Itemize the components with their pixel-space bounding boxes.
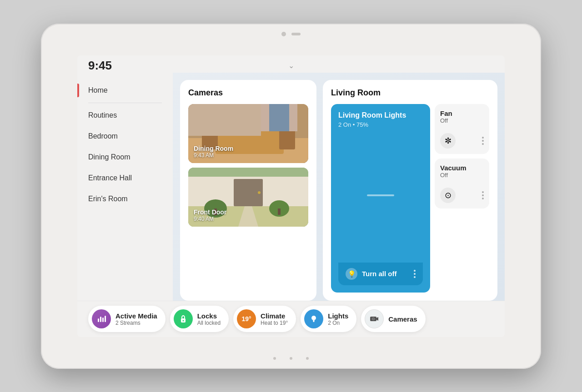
lights-widget-title: Living Room Lights [338, 111, 423, 119]
bottom-pill-locks[interactable]: Locks All locked [170, 306, 229, 332]
active-media-icon [92, 309, 111, 328]
bottom-pill-climate[interactable]: 19° Climate Heat to 19° [233, 306, 296, 332]
locks-sub: All locked [197, 320, 221, 326]
tablet-dot-1 [273, 357, 276, 360]
sidebar-item-label: Dining Room [88, 153, 130, 161]
vacuum-widget-bottom: ⊙ [440, 188, 484, 203]
turn-all-off-content: 💡 Turn all off [346, 268, 396, 280]
lights-icon [304, 309, 323, 328]
camera-feed-front-door-label: Front Door [194, 208, 303, 216]
svg-point-31 [373, 318, 374, 320]
sidebar-item-label: Routines [88, 111, 117, 119]
fan-widget-title: Fan [440, 109, 484, 117]
svg-marker-29 [376, 317, 378, 321]
camera-feed-dining-room-label: Dining Room [194, 145, 303, 152]
camera-feed-front-door-info: Front Door 9:40 AM [188, 168, 308, 227]
svg-rect-21 [102, 318, 104, 322]
sidebar-divider [88, 103, 162, 103]
right-widgets: Fan Off ✼ [435, 104, 489, 293]
active-media-sub: 2 Streams [115, 320, 157, 326]
sidebar-item-entrance-hall[interactable]: Entrance Hall [77, 168, 173, 189]
cameras-card: Cameras [180, 80, 316, 301]
camera-feed-dining-room-info: Dining Room 9:43 AM [188, 104, 308, 163]
lights-label: Lights [328, 312, 348, 320]
vacuum-widget-status: Off [440, 172, 484, 179]
svg-rect-19 [98, 318, 99, 322]
camera-feed-dining-room-time: 9:43 AM [194, 152, 303, 159]
cameras-bottom-text: Cameras [388, 315, 417, 323]
lights-widget-status: 2 On • 75% [338, 121, 423, 128]
vacuum-more-icon[interactable] [482, 191, 484, 199]
sidebar-item-label: Entrance Hall [88, 174, 132, 182]
tablet: 9:45 ⌄ Home Routines Bedroom Dining Room [41, 24, 541, 369]
bottom-pill-active-media[interactable]: Active Media 2 Streams [88, 306, 166, 332]
climate-sub: Heat to 19° [261, 320, 288, 326]
locks-label: Locks [197, 312, 221, 320]
living-room-card-title: Living Room [331, 88, 489, 98]
svg-rect-26 [313, 320, 315, 321]
fan-widget[interactable]: Fan Off ✼ [435, 104, 489, 154]
turn-all-off-label: Turn all off [362, 270, 396, 278]
active-media-label: Active Media [115, 312, 157, 320]
tablet-dot-2 [290, 357, 292, 360]
active-media-text: Active Media 2 Streams [115, 312, 157, 326]
bottom-pill-lights[interactable]: Lights 2 On [301, 306, 356, 332]
cameras-card-title: Cameras [188, 88, 308, 98]
svg-rect-22 [105, 316, 106, 322]
sidebar-item-label: Erin's Room [88, 195, 128, 203]
lights-more-icon[interactable] [414, 270, 416, 278]
cameras-bottom-icon [365, 309, 384, 328]
tablet-mic [291, 33, 301, 35]
screen-header: 9:45 ⌄ [77, 55, 505, 73]
sidebar-item-home[interactable]: Home [77, 80, 173, 101]
tablet-dot-3 [306, 357, 309, 360]
screen: 9:45 ⌄ Home Routines Bedroom Dining Room [77, 55, 505, 337]
fan-widget-bottom: ✼ [440, 133, 484, 149]
bottom-pill-cameras[interactable]: Cameras [361, 306, 425, 332]
tablet-camera [281, 32, 286, 36]
lights-widget-info: Living Room Lights 2 On • 75% [338, 111, 423, 128]
sidebar: Home Routines Bedroom Dining Room Entran… [77, 73, 173, 301]
vacuum-widget[interactable]: Vacuum Off ⊙ [435, 159, 489, 208]
lights-slider-area [338, 128, 423, 263]
main-content: Cameras [173, 73, 505, 301]
camera-feed-front-door[interactable]: Front Door 9:40 AM [188, 168, 308, 227]
bottom-bar: Active Media 2 Streams Locks All locked [77, 301, 505, 337]
cameras-bottom-label: Cameras [388, 315, 417, 323]
lights-slider-track[interactable] [367, 194, 394, 196]
locks-text: Locks All locked [197, 312, 221, 326]
lights-widget[interactable]: Living Room Lights 2 On • 75% 💡 Turn all… [331, 104, 430, 293]
lights-text: Lights 2 On [328, 312, 348, 326]
lights-sub: 2 On [328, 320, 348, 326]
tablet-bottom-dots [273, 357, 309, 360]
sidebar-item-erins-room[interactable]: Erin's Room [77, 189, 173, 209]
sidebar-item-bedroom[interactable]: Bedroom [77, 126, 173, 147]
chevron-down-icon[interactable]: ⌄ [286, 63, 296, 69]
vacuum-widget-title: Vacuum [440, 164, 484, 172]
sidebar-item-label: Home [88, 86, 108, 94]
locks-icon [174, 309, 193, 328]
svg-point-24 [182, 320, 184, 322]
vacuum-icon: ⊙ [440, 188, 456, 203]
svg-point-25 [311, 316, 316, 320]
fan-widget-status: Off [440, 117, 484, 124]
living-room-content: Living Room Lights 2 On • 75% 💡 Turn all… [331, 104, 489, 293]
sidebar-item-routines[interactable]: Routines [77, 105, 173, 126]
living-room-card: Living Room Living Room Lights 2 On • 75… [323, 80, 497, 301]
svg-rect-20 [100, 317, 101, 322]
fan-icon: ✼ [440, 133, 456, 149]
camera-feed-front-door-time: 9:40 AM [194, 216, 303, 222]
vacuum-widget-info: Vacuum Off [440, 164, 484, 179]
time-display: 9:45 [88, 59, 112, 73]
turn-all-off-button[interactable]: 💡 Turn all off [338, 263, 423, 285]
climate-icon: 19° [237, 309, 256, 328]
camera-feed-dining-room[interactable]: Dining Room 9:43 AM [188, 104, 308, 163]
fan-more-icon[interactable] [482, 137, 484, 145]
sidebar-item-dining-room[interactable]: Dining Room [77, 147, 173, 168]
svg-rect-27 [313, 321, 315, 322]
climate-label: Climate [261, 312, 288, 320]
bulb-icon: 💡 [346, 268, 357, 280]
fan-widget-info: Fan Off [440, 109, 484, 124]
climate-text: Climate Heat to 19° [261, 312, 288, 326]
tablet-top-bar [281, 32, 301, 36]
